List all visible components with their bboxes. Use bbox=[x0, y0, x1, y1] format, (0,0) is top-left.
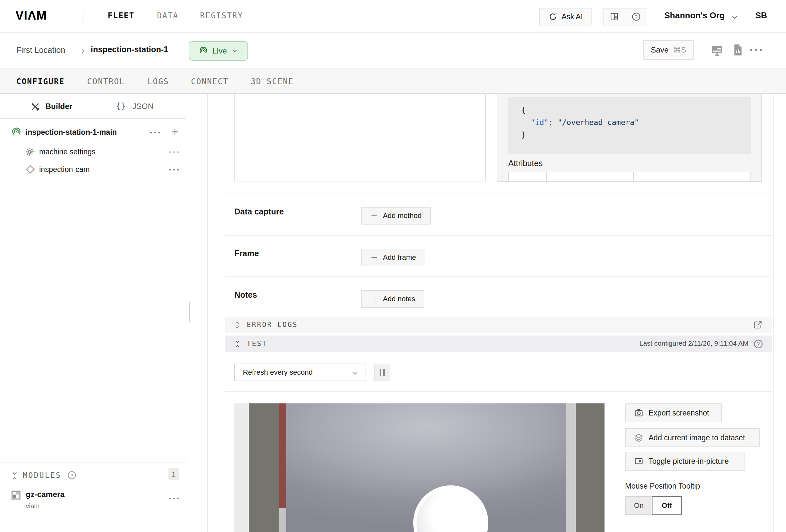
tree-row-machine-settings[interactable]: machine settings bbox=[0, 144, 186, 163]
test-bar[interactable]: TEST Last configured 2/11/26, 9:11:04 AM… bbox=[225, 336, 772, 352]
content-left-rule bbox=[207, 94, 208, 532]
top-nav: VIΛM FLEET DATA REGISTRY Ask AI ? Shanno… bbox=[0, 0, 786, 33]
camera-scene-floor bbox=[286, 403, 566, 532]
error-logs-label: ERROR LOGS bbox=[247, 321, 298, 329]
error-logs-bar[interactable]: ERROR LOGS bbox=[225, 317, 772, 333]
code-key: "id" bbox=[530, 118, 548, 126]
camera-scene-wall-left bbox=[249, 403, 279, 532]
docs-button[interactable] bbox=[603, 8, 625, 25]
export-screenshot-label: Export screenshot bbox=[649, 409, 709, 417]
breadcrumb-machine-name: inspection-station-1 bbox=[91, 45, 168, 54]
collapse-icon[interactable] bbox=[10, 471, 19, 481]
live-chevron-icon bbox=[231, 47, 238, 54]
more-actions-icon[interactable] bbox=[749, 48, 763, 52]
user-avatar[interactable]: SB bbox=[755, 10, 767, 21]
add-component-icon[interactable] bbox=[170, 127, 180, 136]
svg-text:?: ? bbox=[70, 472, 73, 478]
external-link-icon[interactable] bbox=[753, 320, 763, 330]
help-button[interactable]: ? bbox=[625, 8, 647, 25]
nav-fleet[interactable]: FLEET bbox=[108, 11, 135, 20]
collapse-icon bbox=[234, 340, 241, 348]
breadcrumb-location[interactable]: First Location bbox=[16, 45, 65, 55]
pause-icon bbox=[379, 369, 381, 376]
toggle-pip-label: Toggle picture-in-picture bbox=[649, 457, 729, 466]
module-kebab-icon[interactable] bbox=[168, 497, 180, 500]
main-part-kebab-icon[interactable] bbox=[149, 131, 161, 134]
tree-main-part-label: inspection-station-1-main bbox=[25, 128, 117, 137]
tab-3d-scene[interactable]: 3D SCENE bbox=[251, 77, 294, 86]
tab-control[interactable]: CONTROL bbox=[87, 77, 125, 86]
camera-stream-view[interactable] bbox=[234, 403, 604, 532]
tree-inspection-cam-label: inspection-cam bbox=[39, 165, 90, 174]
add-to-dataset-button[interactable]: Add current image to dataset bbox=[625, 428, 760, 447]
expand-icon bbox=[234, 321, 241, 329]
camera-scene-wall-right bbox=[576, 403, 604, 532]
save-button[interactable]: Save ⌘S bbox=[643, 40, 694, 60]
tab-configure[interactable]: CONFIGURE bbox=[16, 77, 65, 86]
tooltip-off-button[interactable]: Off bbox=[652, 496, 682, 515]
breadcrumb-bar: First Location inspection-station-1 Live… bbox=[0, 33, 786, 69]
table-column-divider bbox=[582, 172, 582, 182]
attributes-table[interactable] bbox=[508, 172, 751, 182]
plus-icon bbox=[370, 295, 378, 303]
json-braces-icon[interactable]: {} bbox=[116, 101, 126, 111]
refresh-rate-select[interactable]: Refresh every second bbox=[234, 364, 366, 381]
nav-data[interactable]: DATA bbox=[157, 11, 179, 20]
test-divider bbox=[225, 391, 772, 392]
org-selector[interactable]: Shannon's Org bbox=[664, 10, 725, 21]
report-file-icon[interactable] bbox=[731, 43, 744, 56]
frame-heading: Frame bbox=[234, 249, 259, 258]
component-config-box[interactable] bbox=[234, 84, 486, 182]
code-separator: : bbox=[548, 118, 557, 126]
plus-icon bbox=[370, 254, 378, 261]
section-divider bbox=[225, 276, 772, 277]
content-right-rule bbox=[773, 94, 773, 532]
modules-help-icon[interactable]: ? bbox=[67, 470, 77, 480]
add-method-button[interactable]: Add method bbox=[361, 207, 431, 225]
viam-logo[interactable]: VIΛM bbox=[15, 8, 47, 23]
chevron-down-icon[interactable] bbox=[731, 13, 739, 22]
modules-panel: MODULES ? 1 gz-camera viam bbox=[0, 462, 186, 532]
tree-row-inspection-cam[interactable]: inspection-cam bbox=[0, 162, 186, 180]
toggle-pip-button[interactable]: Toggle picture-in-picture bbox=[625, 452, 745, 471]
code-value: "/overhead_camera" bbox=[557, 118, 639, 126]
code-line-close: } bbox=[521, 129, 751, 141]
plus-icon bbox=[370, 212, 378, 219]
test-label: TEST bbox=[247, 340, 267, 348]
module-row-gz-camera[interactable]: gz-camera viam bbox=[0, 486, 186, 518]
mouse-position-tooltip-label: Mouse Position Tooltip bbox=[625, 482, 700, 490]
add-frame-button[interactable]: Add frame bbox=[361, 249, 425, 266]
ask-ai-label: Ask AI bbox=[561, 13, 583, 21]
pause-icon bbox=[383, 369, 385, 376]
tooltip-on-button[interactable]: On bbox=[625, 496, 652, 515]
builder-tab[interactable]: Builder bbox=[45, 102, 72, 111]
section-divider bbox=[225, 193, 772, 194]
export-screenshot-button[interactable]: Export screenshot bbox=[625, 403, 722, 422]
tree-row-main-part[interactable]: inspection-station-1-main bbox=[0, 124, 186, 144]
broadcast-icon bbox=[199, 46, 208, 56]
ask-ai-button[interactable]: Ask AI bbox=[539, 8, 592, 25]
monitor-icon[interactable] bbox=[710, 43, 724, 57]
last-configured-text: Last configured 2/11/26, 9:11:04 AM bbox=[640, 340, 748, 347]
picture-in-picture-icon bbox=[634, 457, 643, 466]
ai-sparkle-icon bbox=[548, 12, 557, 21]
json-tab[interactable]: JSON bbox=[133, 102, 154, 111]
inspection-cam-kebab-icon[interactable] bbox=[168, 168, 180, 171]
test-help-icon[interactable]: ? bbox=[753, 339, 763, 349]
component-json-code[interactable]: { "id": "/overhead_camera" } bbox=[508, 97, 751, 154]
modules-count-badge: 1 bbox=[168, 468, 179, 480]
camera-scene-strip bbox=[234, 403, 249, 532]
tab-logs[interactable]: LOGS bbox=[147, 77, 169, 86]
machine-settings-kebab-icon[interactable] bbox=[168, 151, 180, 154]
module-name: gz-camera bbox=[26, 490, 65, 499]
add-notes-button[interactable]: Add notes bbox=[361, 290, 424, 308]
camera-scene-post-base bbox=[279, 508, 286, 532]
attributes-heading: Attributes bbox=[508, 159, 543, 168]
nav-registry[interactable]: REGISTRY bbox=[200, 11, 243, 20]
camera-icon bbox=[634, 408, 643, 417]
notes-heading: Notes bbox=[234, 290, 257, 300]
pause-refresh-button[interactable] bbox=[374, 364, 390, 381]
live-status-badge[interactable]: Live bbox=[189, 41, 248, 61]
sidebar-resize-handle[interactable] bbox=[188, 302, 191, 322]
tab-connect[interactable]: CONNECT bbox=[191, 77, 229, 86]
